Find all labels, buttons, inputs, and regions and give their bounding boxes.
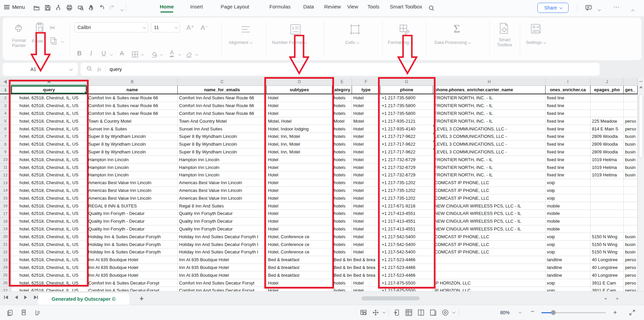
cell-J22[interactable]: 5150 N Wing <box>591 248 624 256</box>
open-file-icon[interactable] <box>32 3 41 12</box>
cell-G3[interactable]: +1 217-735-5800 <box>380 102 433 110</box>
cell-D15[interactable]: Hotel <box>267 194 332 202</box>
cell-C21[interactable]: Holiday Inn And Suites Decatur Forsyth I <box>178 241 267 248</box>
cell-G5[interactable]: +1 217-935-2121 <box>380 117 433 125</box>
hand-tool-icon[interactable] <box>87 3 96 12</box>
tab-formulas[interactable]: Formulas <box>269 4 291 9</box>
cell-K26[interactable]: perso <box>624 279 638 287</box>
cell-A15[interactable]: hotel, 62518, Chestnut, IL, US <box>11 194 87 202</box>
page-layout-view-icon[interactable] <box>417 309 425 317</box>
cell-F27[interactable]: Hotel <box>352 287 380 291</box>
cell-H12[interactable]: FRONTIER NORTH, INC. - IL <box>433 171 546 179</box>
cell-B10[interactable]: Hampton Inn Lincoln <box>87 156 178 164</box>
column-header-I[interactable]: ones_enricher.ca <box>546 86 591 94</box>
cell-D13[interactable]: Hotel <box>267 179 332 187</box>
cell-F10[interactable]: Hotel <box>352 156 380 164</box>
formula-search-icon[interactable] <box>86 65 93 73</box>
print-icon[interactable] <box>65 3 74 12</box>
cell-K25[interactable]: perso <box>624 271 638 279</box>
smart-toolbox-icon[interactable] <box>497 22 510 35</box>
cell-E20[interactable]: hotels <box>332 233 352 241</box>
cell-K16[interactable] <box>624 202 638 210</box>
data-processing-label[interactable]: Data Processing <box>435 40 470 45</box>
cell-D20[interactable]: Hotel, Conference ce <box>267 233 332 241</box>
cell-K14[interactable] <box>624 187 638 195</box>
cell-D6[interactable]: Hotel, Indoor lodging <box>267 125 332 133</box>
cell-E12[interactable]: hotels <box>332 171 352 179</box>
cell-D17[interactable]: Hotel <box>267 210 332 218</box>
format-painter-label[interactable]: Format Painter <box>7 38 30 48</box>
cell-C7[interactable]: Super 8 By Wyndham Lincoln <box>178 133 267 141</box>
cell-G14[interactable]: +1 217-735-1202 <box>380 187 433 195</box>
cell-I15[interactable]: voip <box>546 194 591 202</box>
table-settings-icon[interactable] <box>359 309 368 317</box>
cell-H24[interactable] <box>433 264 546 272</box>
row-header-14[interactable]: 14 <box>0 187 11 195</box>
cell-A2[interactable]: hotel, 62518, Chestnut, IL, US <box>11 94 87 102</box>
cell-B20[interactable]: Holiday Inn & Suites Decatur-Forsyth <box>87 233 178 241</box>
cell-F20[interactable]: Hotel <box>352 233 380 241</box>
cell-F15[interactable]: Hotel <box>352 194 380 202</box>
cell-D5[interactable]: Motel, Hotel <box>267 117 332 125</box>
cell-J6[interactable]: 814 E Main S <box>591 125 624 133</box>
cell-C2[interactable]: Comfort Inn And Suites Near Route 66 <box>178 94 267 102</box>
cell-F22[interactable]: Hotel <box>352 248 380 256</box>
cell-B14[interactable]: Americas Best Value Inn Lincoln <box>87 187 178 195</box>
row-header-25[interactable]: 25 <box>0 271 11 279</box>
cell-D22[interactable]: Hotel, Conference ce <box>267 248 332 256</box>
borders-icon[interactable] <box>131 51 139 58</box>
cell-A18[interactable]: hotel, 62518, Chestnut, IL, US <box>11 218 87 225</box>
cell-G21[interactable]: +1 217-542-5400 <box>380 241 433 248</box>
decrease-font-icon[interactable]: A⁻ <box>201 24 208 31</box>
cell-I9[interactable]: fixed line <box>546 148 591 156</box>
cell-C14[interactable]: Americas Best Value Inn Lincoln <box>178 187 267 195</box>
spreadsheet-grid[interactable]: ABCDEFGHIJ1querynamename_for_emailssubty… <box>0 78 638 291</box>
row-header-5[interactable]: 5 <box>0 117 11 125</box>
row-header-8[interactable]: 8 <box>0 141 11 148</box>
name-box-chevron-icon[interactable] <box>69 67 73 71</box>
cell-F16[interactable]: Hotel <box>352 202 380 210</box>
cell-G22[interactable]: +1 217-542-5400 <box>380 248 433 256</box>
fill-color-chevron-icon[interactable] <box>160 52 163 56</box>
number-format-label[interactable]: Number Format <box>272 40 306 45</box>
cell-F2[interactable]: Hotel <box>352 94 380 102</box>
paste-label[interactable]: Paste <box>32 39 43 44</box>
cell-F8[interactable]: Hotel <box>352 141 380 148</box>
move-selection-icon[interactable] <box>372 309 380 317</box>
cell-B12[interactable]: Hampton Inn Lincoln <box>87 171 178 179</box>
cell-C3[interactable]: Comfort Inn And Suites Near Route 66 <box>178 102 267 110</box>
cell-H19[interactable]: NEW CINGULAR WIRELESS PCS, LLC - IL <box>433 225 546 233</box>
cell-E16[interactable]: hotels <box>332 202 352 210</box>
cell-G15[interactable]: +1 217-735-1202 <box>380 194 433 202</box>
cell-D21[interactable]: Hotel, Conference ce <box>267 241 332 248</box>
zoom-slider-track[interactable] <box>553 312 606 313</box>
cell-H26[interactable]: IP HORIZON, LLC <box>433 279 546 287</box>
cell-D2[interactable]: Hotel <box>267 94 332 102</box>
cell-J13[interactable] <box>591 179 624 187</box>
cell-B3[interactable]: Comfort Inn & Suites near Route 66 <box>87 102 178 110</box>
column-header-K[interactable]: ges_ <box>624 86 638 94</box>
cell-E24[interactable]: Bed & break <box>332 264 352 272</box>
row-header-15[interactable]: 15 <box>0 194 11 202</box>
main-menu-button[interactable]: Menu <box>4 4 25 10</box>
zoom-in-icon[interactable]: + <box>613 309 617 316</box>
cell-A11[interactable]: hotel, 62518, Chestnut, IL, US <box>11 164 87 171</box>
settings-icon[interactable] <box>529 22 542 35</box>
cell-I14[interactable]: voip <box>546 187 591 195</box>
zoom-slider-thumb[interactable] <box>551 310 556 315</box>
cell-H7[interactable]: LEVEL 3 COMMUNICATIONS, LLC - <box>433 133 546 141</box>
cell-E4[interactable]: hotels <box>332 110 352 118</box>
cell-I5[interactable]: fixed line <box>546 117 591 125</box>
cell-C17[interactable]: Quality Inn Forsyth Decatur <box>178 210 267 218</box>
font-color-icon[interactable]: A <box>170 49 174 57</box>
row-header-3[interactable]: 3 <box>0 102 11 110</box>
cell-F3[interactable]: Hotel <box>352 102 380 110</box>
cell-E10[interactable]: hotels <box>332 156 352 164</box>
cell-K4[interactable] <box>624 110 638 118</box>
cell-J10[interactable]: 1019 Heitma <box>591 156 624 164</box>
cell-K27[interactable]: perso <box>624 287 638 291</box>
cell-A7[interactable]: hotel, 62518, Chestnut, IL, US <box>11 133 87 141</box>
cell-I27[interactable]: voip <box>546 287 591 291</box>
cell-F26[interactable]: Hotel <box>352 279 380 287</box>
fill-color-icon[interactable] <box>150 51 158 58</box>
